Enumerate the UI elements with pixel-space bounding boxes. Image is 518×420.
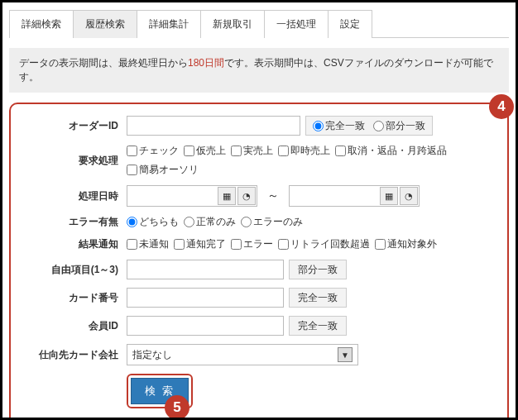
date-to-calendar-icon[interactable]: ▦ (380, 187, 398, 205)
label-proc-date: 処理日時 (14, 189, 127, 203)
date-to-clock-icon[interactable]: ◔ (400, 187, 418, 205)
label-dest-card: 仕向先カード会社 (14, 348, 127, 362)
cb-instant[interactable]: 即時売上 (278, 144, 330, 158)
cb-check[interactable]: チェック (127, 144, 179, 158)
member-id-input[interactable] (127, 316, 284, 336)
info-days: 180日間 (188, 57, 224, 69)
date-to-input[interactable] (290, 187, 379, 205)
callout-4-icon: 4 (489, 94, 514, 119)
label-notify: 結果通知 (14, 237, 127, 251)
search-form: 4 オーダーID 完全一致 部分一致 要求処理 チェック 仮売上 実売上 即時売… (9, 103, 509, 420)
free-item-input[interactable] (127, 260, 284, 279)
cb-notify-error[interactable]: エラー (231, 237, 273, 251)
cb-notify-retry[interactable]: リトライ回数超過 (278, 237, 370, 251)
order-id-input[interactable] (127, 116, 300, 136)
date-to-wrap: ▦ ◔ (289, 185, 420, 207)
card-no-input[interactable] (127, 288, 284, 308)
label-member-id: 会員ID (14, 319, 127, 333)
tab-detail-aggregate[interactable]: 詳細集計 (137, 10, 201, 38)
label-order-id: オーダーID (14, 119, 127, 133)
tab-batch-process[interactable]: 一括処理 (264, 10, 329, 38)
order-id-match: 完全一致 部分一致 (305, 116, 433, 136)
tab-new-transaction[interactable]: 新規取引 (200, 10, 265, 38)
tab-settings[interactable]: 設定 (328, 10, 372, 38)
info-text-1: データの表示期間は、最終処理日から (19, 57, 188, 69)
member-match-full: 完全一致 (289, 316, 347, 336)
tab-history-search[interactable]: 履歴検索 (73, 10, 137, 38)
cb-notify-none[interactable]: 未通知 (127, 237, 169, 251)
cb-cancel-return[interactable]: 取消・返品・月跨返品 (335, 144, 447, 158)
date-from-clock-icon[interactable]: ◔ (237, 187, 256, 205)
cb-provisional[interactable]: 仮売上 (184, 144, 226, 158)
label-card-no: カード番号 (14, 291, 127, 305)
order-id-match-full[interactable]: 完全一致 (313, 119, 365, 133)
rb-error-ok[interactable]: 正常のみ (184, 215, 236, 229)
tab-bar: 詳細検索 履歴検索 詳細集計 新規取引 一括処理 設定 (9, 9, 509, 38)
date-tilde: ～ (262, 189, 284, 203)
chevron-down-icon: ▼ (338, 347, 353, 362)
rb-error-both[interactable]: どちらも (127, 215, 179, 229)
callout-5-icon: 5 (165, 395, 189, 420)
cb-notify-excluded[interactable]: 通知対象外 (375, 237, 437, 251)
tab-detail-search[interactable]: 詳細検索 (9, 10, 74, 38)
date-from-wrap: ▦ ◔ (127, 185, 257, 207)
info-bar: データの表示期間は、最終処理日から180日間です。表示期間中は、CSVファイルの… (9, 48, 509, 93)
label-error: エラー有無 (14, 215, 127, 229)
dest-card-select[interactable]: 指定なし ▼ (127, 344, 358, 365)
label-free: 自由項目(1～3) (14, 263, 127, 277)
free-match-partial: 部分一致 (289, 260, 347, 279)
order-id-match-partial[interactable]: 部分一致 (373, 119, 425, 133)
date-from-calendar-icon[interactable]: ▦ (218, 187, 236, 205)
cb-simple-auth[interactable]: 簡易オーソリ (127, 163, 199, 177)
rb-error-only[interactable]: エラーのみ (241, 215, 303, 229)
cb-real[interactable]: 実売上 (231, 144, 273, 158)
date-from-input[interactable] (127, 187, 217, 205)
cb-notify-done[interactable]: 通知完了 (174, 237, 226, 251)
card-match-full: 完全一致 (289, 288, 347, 308)
label-request: 要求処理 (14, 154, 127, 168)
dest-card-value: 指定なし (132, 348, 172, 362)
